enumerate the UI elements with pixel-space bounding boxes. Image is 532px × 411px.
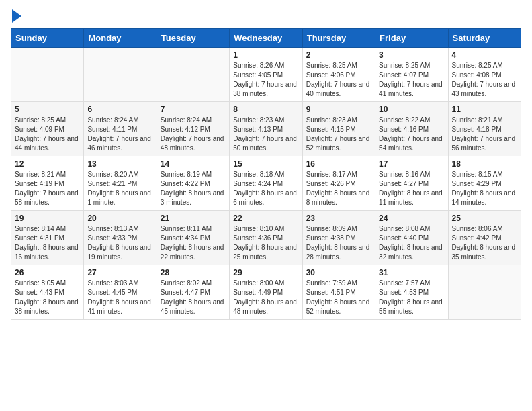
day-info: Sunrise: 8:10 AM Sunset: 4:36 PM Dayligh… xyxy=(233,224,298,262)
day-info: Sunrise: 8:19 AM Sunset: 4:22 PM Dayligh… xyxy=(161,170,226,208)
calendar-cell: 18Sunrise: 8:15 AM Sunset: 4:29 PM Dayli… xyxy=(448,156,521,211)
day-info: Sunrise: 8:09 AM Sunset: 4:38 PM Dayligh… xyxy=(306,224,371,262)
calendar-cell: 11Sunrise: 8:21 AM Sunset: 4:18 PM Dayli… xyxy=(448,102,521,156)
day-info: Sunrise: 8:21 AM Sunset: 4:18 PM Dayligh… xyxy=(452,116,517,153)
day-number: 3 xyxy=(379,50,444,60)
calendar-cell: 19Sunrise: 8:14 AM Sunset: 4:31 PM Dayli… xyxy=(11,211,84,265)
calendar-cell: 3Sunrise: 8:25 AM Sunset: 4:07 PM Daylig… xyxy=(375,48,448,102)
calendar-cell: 28Sunrise: 8:02 AM Sunset: 4:47 PM Dayli… xyxy=(157,265,229,320)
day-info: Sunrise: 8:03 AM Sunset: 4:45 PM Dayligh… xyxy=(87,279,152,316)
calendar-cell: 12Sunrise: 8:21 AM Sunset: 4:19 PM Dayli… xyxy=(11,156,84,211)
calendar-cell xyxy=(84,48,157,102)
calendar-cell: 29Sunrise: 8:00 AM Sunset: 4:49 PM Dayli… xyxy=(230,265,302,320)
day-number: 15 xyxy=(233,159,298,169)
day-number: 27 xyxy=(87,268,152,277)
day-number: 6 xyxy=(87,105,152,114)
calendar-cell: 7Sunrise: 8:24 AM Sunset: 4:12 PM Daylig… xyxy=(157,102,229,156)
day-number: 18 xyxy=(452,159,517,169)
day-info: Sunrise: 8:26 AM Sunset: 4:05 PM Dayligh… xyxy=(233,61,298,99)
day-info: Sunrise: 7:57 AM Sunset: 4:53 PM Dayligh… xyxy=(379,279,444,316)
day-number: 9 xyxy=(306,105,371,114)
day-number: 28 xyxy=(161,268,226,277)
day-number: 5 xyxy=(15,105,80,114)
day-info: Sunrise: 8:02 AM Sunset: 4:47 PM Dayligh… xyxy=(161,279,226,316)
weekday-header-tuesday: Tuesday xyxy=(157,29,229,48)
logo-arrow-icon xyxy=(12,9,21,23)
day-info: Sunrise: 8:14 AM Sunset: 4:31 PM Dayligh… xyxy=(15,224,80,262)
day-info: Sunrise: 8:24 AM Sunset: 4:11 PM Dayligh… xyxy=(87,116,152,153)
calendar-cell: 10Sunrise: 8:22 AM Sunset: 4:16 PM Dayli… xyxy=(375,102,448,156)
calendar-cell: 6Sunrise: 8:24 AM Sunset: 4:11 PM Daylig… xyxy=(84,102,157,156)
weekday-header-sunday: Sunday xyxy=(11,29,84,48)
calendar-cell: 24Sunrise: 8:08 AM Sunset: 4:40 PM Dayli… xyxy=(375,211,448,265)
page-header xyxy=(11,11,521,23)
day-number: 2 xyxy=(306,50,371,60)
day-number: 13 xyxy=(87,159,152,169)
day-info: Sunrise: 8:15 AM Sunset: 4:29 PM Dayligh… xyxy=(452,170,517,208)
calendar-cell: 17Sunrise: 8:16 AM Sunset: 4:27 PM Dayli… xyxy=(375,156,448,211)
day-number: 4 xyxy=(452,50,517,60)
day-number: 24 xyxy=(379,214,444,223)
calendar-cell: 16Sunrise: 8:17 AM Sunset: 4:26 PM Dayli… xyxy=(302,156,375,211)
calendar-cell: 30Sunrise: 7:59 AM Sunset: 4:51 PM Dayli… xyxy=(302,265,375,320)
day-number: 29 xyxy=(233,268,298,277)
calendar-cell: 1Sunrise: 8:26 AM Sunset: 4:05 PM Daylig… xyxy=(230,48,302,102)
day-info: Sunrise: 8:11 AM Sunset: 4:34 PM Dayligh… xyxy=(161,224,226,262)
calendar-cell xyxy=(448,265,521,320)
day-info: Sunrise: 8:21 AM Sunset: 4:19 PM Dayligh… xyxy=(15,170,80,208)
day-info: Sunrise: 8:25 AM Sunset: 4:07 PM Dayligh… xyxy=(379,61,444,99)
day-info: Sunrise: 8:25 AM Sunset: 4:06 PM Dayligh… xyxy=(306,61,371,99)
day-info: Sunrise: 7:59 AM Sunset: 4:51 PM Dayligh… xyxy=(306,279,371,316)
calendar-cell: 23Sunrise: 8:09 AM Sunset: 4:38 PM Dayli… xyxy=(302,211,375,265)
logo xyxy=(11,11,21,23)
day-number: 7 xyxy=(161,105,226,114)
day-number: 19 xyxy=(15,214,80,223)
day-info: Sunrise: 8:20 AM Sunset: 4:21 PM Dayligh… xyxy=(87,170,152,208)
day-number: 12 xyxy=(15,159,80,169)
day-info: Sunrise: 8:06 AM Sunset: 4:42 PM Dayligh… xyxy=(452,224,517,262)
day-info: Sunrise: 8:17 AM Sunset: 4:26 PM Dayligh… xyxy=(306,170,371,208)
day-number: 16 xyxy=(306,159,371,169)
day-number: 10 xyxy=(379,105,444,114)
day-info: Sunrise: 8:08 AM Sunset: 4:40 PM Dayligh… xyxy=(379,224,444,262)
day-info: Sunrise: 8:25 AM Sunset: 4:09 PM Dayligh… xyxy=(15,116,80,153)
calendar-week-1: 1Sunrise: 8:26 AM Sunset: 4:05 PM Daylig… xyxy=(11,48,521,102)
day-info: Sunrise: 8:23 AM Sunset: 4:13 PM Dayligh… xyxy=(233,116,298,153)
calendar-week-4: 19Sunrise: 8:14 AM Sunset: 4:31 PM Dayli… xyxy=(11,211,521,265)
day-number: 31 xyxy=(379,268,444,277)
weekday-header-monday: Monday xyxy=(84,29,157,48)
calendar-cell xyxy=(157,48,229,102)
weekday-header-thursday: Thursday xyxy=(302,29,375,48)
calendar-cell: 8Sunrise: 8:23 AM Sunset: 4:13 PM Daylig… xyxy=(230,102,302,156)
calendar-cell: 2Sunrise: 8:25 AM Sunset: 4:06 PM Daylig… xyxy=(302,48,375,102)
calendar-cell: 15Sunrise: 8:18 AM Sunset: 4:24 PM Dayli… xyxy=(230,156,302,211)
calendar-cell xyxy=(11,48,84,102)
calendar-week-3: 12Sunrise: 8:21 AM Sunset: 4:19 PM Dayli… xyxy=(11,156,521,211)
day-number: 26 xyxy=(15,268,80,277)
day-info: Sunrise: 8:16 AM Sunset: 4:27 PM Dayligh… xyxy=(379,170,444,208)
day-number: 21 xyxy=(161,214,226,223)
day-info: Sunrise: 8:13 AM Sunset: 4:33 PM Dayligh… xyxy=(87,224,152,262)
day-number: 23 xyxy=(306,214,371,223)
weekday-header-saturday: Saturday xyxy=(448,29,521,48)
calendar-cell: 5Sunrise: 8:25 AM Sunset: 4:09 PM Daylig… xyxy=(11,102,84,156)
calendar-cell: 13Sunrise: 8:20 AM Sunset: 4:21 PM Dayli… xyxy=(84,156,157,211)
calendar-cell: 20Sunrise: 8:13 AM Sunset: 4:33 PM Dayli… xyxy=(84,211,157,265)
day-number: 20 xyxy=(87,214,152,223)
weekday-header-wednesday: Wednesday xyxy=(230,29,302,48)
calendar-cell: 22Sunrise: 8:10 AM Sunset: 4:36 PM Dayli… xyxy=(230,211,302,265)
calendar-cell: 26Sunrise: 8:05 AM Sunset: 4:43 PM Dayli… xyxy=(11,265,84,320)
day-info: Sunrise: 8:22 AM Sunset: 4:16 PM Dayligh… xyxy=(379,116,444,153)
calendar-cell: 25Sunrise: 8:06 AM Sunset: 4:42 PM Dayli… xyxy=(448,211,521,265)
calendar-week-5: 26Sunrise: 8:05 AM Sunset: 4:43 PM Dayli… xyxy=(11,265,521,320)
calendar-cell: 14Sunrise: 8:19 AM Sunset: 4:22 PM Dayli… xyxy=(157,156,229,211)
day-number: 30 xyxy=(306,268,371,277)
day-number: 14 xyxy=(161,159,226,169)
day-info: Sunrise: 8:25 AM Sunset: 4:08 PM Dayligh… xyxy=(452,61,517,99)
calendar-cell: 31Sunrise: 7:57 AM Sunset: 4:53 PM Dayli… xyxy=(375,265,448,320)
calendar-cell: 4Sunrise: 8:25 AM Sunset: 4:08 PM Daylig… xyxy=(448,48,521,102)
day-info: Sunrise: 8:05 AM Sunset: 4:43 PM Dayligh… xyxy=(15,279,80,316)
weekday-header-friday: Friday xyxy=(375,29,448,48)
day-info: Sunrise: 8:23 AM Sunset: 4:15 PM Dayligh… xyxy=(306,116,371,153)
day-number: 25 xyxy=(452,214,517,223)
